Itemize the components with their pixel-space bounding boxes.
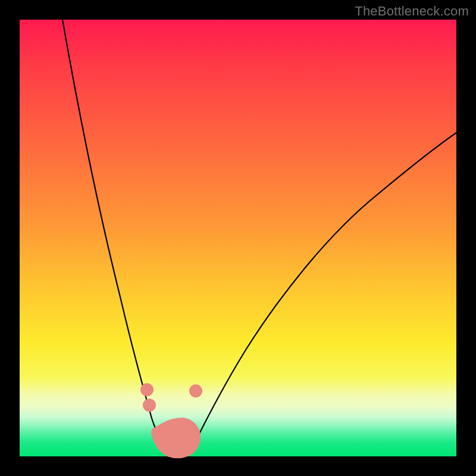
watermark-text: TheBottleneck.com xyxy=(355,4,469,19)
curve-right-branch xyxy=(189,133,456,455)
right-entry-dot xyxy=(189,384,202,397)
curves-layer xyxy=(20,20,456,456)
left-upper-dot xyxy=(140,383,154,396)
curve-left-branch xyxy=(62,20,170,455)
chart-frame: TheBottleneck.com xyxy=(0,0,476,476)
valley-blob xyxy=(156,423,195,453)
left-lower-dot xyxy=(143,399,156,412)
plot-area xyxy=(20,20,456,456)
